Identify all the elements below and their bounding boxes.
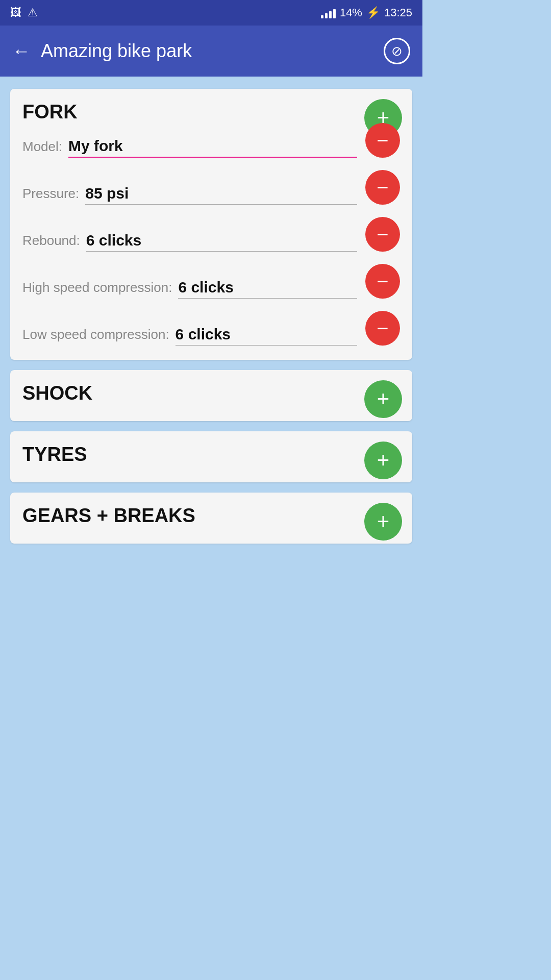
tyres-card-title: TYRES [22,444,87,465]
back-button[interactable]: ← [12,40,31,62]
tyres-add-button[interactable]: + [364,442,402,479]
fork-model-value[interactable]: My fork [68,137,123,154]
image-icon: 🖼 [10,6,21,19]
warning-icon: ⚠ [28,6,38,19]
fork-hsc-input-wrapper: 6 clicks [178,279,357,299]
shock-card: SHOCK + [10,370,412,421]
fork-card-title: FORK [22,101,78,122]
gears-card-title: GEARS + BREAKS [22,505,195,526]
fork-lsc-value[interactable]: 6 clicks [176,326,231,342]
fork-pressure-input-wrapper: 85 psi [85,185,357,205]
cancel-icon-symbol: ⊘ [391,43,403,59]
fork-lsc-label: Low speed compression: [22,327,169,346]
fork-rebound-label: Rebound: [22,233,80,252]
content: FORK + Model: My fork − Pressure: 85 psi… [0,77,422,556]
fork-pressure-remove-button[interactable]: − [365,170,400,205]
fork-rebound-remove-button[interactable]: − [365,217,400,252]
time: 13:25 [384,6,412,19]
fork-pressure-label: Pressure: [22,186,79,205]
shock-card-title: SHOCK [22,382,92,404]
fork-lsc-remove-button[interactable]: − [365,311,400,346]
fork-model-input-wrapper: My fork [68,137,357,158]
battery-icon: ⚡ [366,6,380,19]
fork-hsc-remove-button[interactable]: − [365,264,400,299]
signal-icon [321,7,336,18]
tyres-card: TYRES + [10,431,412,482]
fork-rebound-row: Rebound: 6 clicks − [22,217,400,252]
fork-model-remove-button[interactable]: − [365,123,400,158]
battery-percentage: 14% [340,6,362,19]
fork-lsc-input-wrapper: 6 clicks [176,326,357,346]
fork-model-row: Model: My fork − [22,123,400,158]
app-bar: ← Amazing bike park ⊘ [0,26,422,77]
fork-pressure-row: Pressure: 85 psi − [22,170,400,205]
fork-rebound-input-wrapper: 6 clicks [86,232,357,252]
app-bar-title: Amazing bike park [41,40,373,62]
fork-hsc-label: High speed compression: [22,280,172,299]
cancel-button[interactable]: ⊘ [384,38,410,64]
fork-rebound-value[interactable]: 6 clicks [86,232,141,249]
gears-card: GEARS + BREAKS + [10,493,412,544]
fork-hsc-value[interactable]: 6 clicks [178,279,233,296]
fork-card: FORK + Model: My fork − Pressure: 85 psi… [10,89,412,360]
fork-model-label: Model: [22,139,62,158]
gears-add-button[interactable]: + [364,503,402,541]
status-bar: 🖼 ⚠ 14% ⚡ 13:25 [0,0,422,26]
shock-add-button[interactable]: + [364,380,402,418]
fork-lsc-row: Low speed compression: 6 clicks − [22,311,400,346]
fork-pressure-value[interactable]: 85 psi [85,185,129,202]
status-bar-left-icons: 🖼 ⚠ [10,6,38,19]
fork-hsc-row: High speed compression: 6 clicks − [22,264,400,299]
